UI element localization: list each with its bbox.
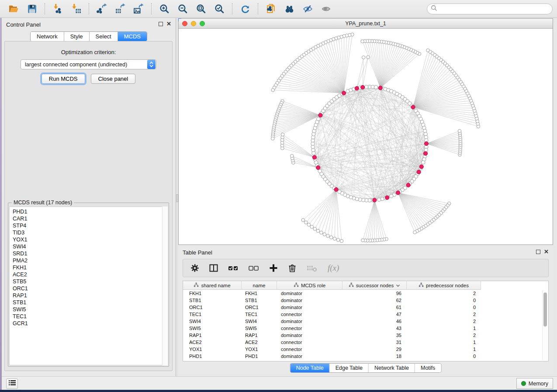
table-row[interactable]: ACE2ACE2connector311 xyxy=(183,339,548,346)
tab-network-table[interactable]: Network Table xyxy=(369,364,415,372)
mcds-hub-node[interactable] xyxy=(318,113,322,117)
mcds-hub-node[interactable] xyxy=(417,170,421,174)
mcds-result-item[interactable]: YOX1 xyxy=(13,236,167,243)
clone-network-icon[interactable] xyxy=(264,3,277,15)
mcds-result-item[interactable]: STP4 xyxy=(13,222,167,229)
mcds-result-item[interactable]: PMA2 xyxy=(13,257,167,264)
tab-network[interactable]: Network xyxy=(31,32,64,41)
mcds-hub-node[interactable] xyxy=(411,105,415,109)
table-settings-icon[interactable] xyxy=(190,263,200,273)
mcds-result-item[interactable]: SRD1 xyxy=(13,250,167,257)
network-node[interactable] xyxy=(365,85,368,89)
network-node[interactable] xyxy=(326,234,330,238)
network-node[interactable] xyxy=(362,56,365,59)
tab-mcds[interactable]: MCDS xyxy=(118,32,147,41)
mcds-result-item[interactable]: STB1 xyxy=(13,299,167,306)
import-table-icon[interactable] xyxy=(69,3,83,15)
network-node[interactable] xyxy=(323,233,326,236)
mcds-hub-node[interactable] xyxy=(373,198,377,202)
export-table-icon[interactable] xyxy=(114,3,127,15)
preview-eye-icon[interactable] xyxy=(319,3,332,15)
mcds-hub-node[interactable] xyxy=(385,196,389,199)
table-row[interactable]: SWI4SWI4dominator462 xyxy=(183,318,548,325)
table-row[interactable]: TEC1TEC1connector472 xyxy=(183,311,548,318)
select-all-checks-icon[interactable] xyxy=(228,263,239,273)
mcds-hub-node[interactable] xyxy=(378,86,382,90)
export-network-icon[interactable] xyxy=(95,3,108,15)
network-node[interactable] xyxy=(422,161,425,164)
network-node[interactable] xyxy=(333,237,336,241)
refresh-network-icon[interactable] xyxy=(239,3,252,15)
network-node[interactable] xyxy=(336,238,340,242)
column-header-shared-name[interactable]: shared name xyxy=(183,281,242,290)
run-mcds-button[interactable]: Run MCDS xyxy=(42,74,85,84)
column-header-successor-nodes[interactable]: successor nodes xyxy=(343,281,407,290)
mcds-hub-node[interactable] xyxy=(423,151,427,155)
tab-edge-table[interactable]: Edge Table xyxy=(330,364,369,372)
mcds-result-item[interactable]: FKH1 xyxy=(13,264,167,271)
network-node[interactable] xyxy=(340,239,343,243)
mcds-hub-node[interactable] xyxy=(316,165,320,169)
save-session-icon[interactable] xyxy=(25,3,38,15)
network-node[interactable] xyxy=(361,40,364,43)
network-node[interactable] xyxy=(458,129,461,133)
tab-style[interactable]: Style xyxy=(64,32,90,41)
network-node[interactable] xyxy=(367,55,370,59)
mcds-hub-node[interactable] xyxy=(355,86,359,90)
network-node[interactable] xyxy=(426,48,430,52)
mcds-result-item[interactable]: STB5 xyxy=(13,278,167,285)
network-node[interactable] xyxy=(319,231,323,234)
add-column-icon[interactable] xyxy=(269,263,278,273)
memory-button[interactable]: Memory xyxy=(516,378,553,389)
mcds-result-list[interactable]: PHD1CAR1STP4TID3YOX1SWI4SRD1PMA2FKH1ACE2… xyxy=(9,206,168,365)
search-network-icon[interactable] xyxy=(283,3,296,15)
mcds-result-item[interactable]: TID3 xyxy=(13,229,167,236)
mcds-result-item[interactable]: SWI5 xyxy=(13,306,167,313)
zoom-fit-icon[interactable] xyxy=(194,3,208,15)
network-node[interactable] xyxy=(313,227,317,231)
mcds-result-item[interactable]: GCR1 xyxy=(13,320,167,327)
network-node[interactable] xyxy=(281,133,284,136)
network-window-titlebar[interactable]: YPA_prune.txt_1 xyxy=(179,19,553,29)
network-canvas[interactable] xyxy=(179,29,553,244)
tab-motifs[interactable]: Motifs xyxy=(415,364,441,372)
mcds-hub-node[interactable] xyxy=(419,165,423,168)
task-history-button[interactable] xyxy=(6,378,18,389)
search-input[interactable] xyxy=(437,6,549,12)
network-node[interactable] xyxy=(304,221,308,224)
import-network-icon[interactable] xyxy=(51,3,64,15)
mcds-list-scrollbar[interactable] xyxy=(162,206,168,365)
network-node[interactable] xyxy=(307,223,311,227)
zoom-selected-icon[interactable] xyxy=(213,3,226,15)
table-row[interactable]: RAP1RAP1dominator352 xyxy=(183,332,548,339)
mcds-result-item[interactable]: TEC1 xyxy=(13,313,167,320)
network-node[interactable] xyxy=(361,239,365,242)
column-header-predecessor-nodes[interactable]: predecessor nodes xyxy=(407,281,481,290)
mcds-result-item[interactable]: ORC1 xyxy=(13,285,167,292)
scrollbar-thumb[interactable] xyxy=(543,292,547,327)
mcds-hub-node[interactable] xyxy=(424,141,428,145)
network-node[interactable] xyxy=(290,154,294,158)
mcds-hub-node[interactable] xyxy=(361,85,365,89)
mcds-hub-node[interactable] xyxy=(396,191,400,195)
mcds-hub-node[interactable] xyxy=(406,183,410,187)
table-row[interactable]: STB1STB1dominator620 xyxy=(183,297,548,304)
deselect-all-checks-icon[interactable] xyxy=(248,263,259,273)
close-panel-button[interactable]: Close panel xyxy=(91,74,136,84)
tab-select[interactable]: Select xyxy=(90,32,118,41)
search-field[interactable] xyxy=(427,3,553,14)
network-node[interactable] xyxy=(424,148,428,151)
network-node[interactable] xyxy=(329,236,333,239)
table-row[interactable]: YOX1YOX1connector291 xyxy=(183,346,548,353)
mcds-hub-node[interactable] xyxy=(334,188,338,192)
network-node[interactable] xyxy=(310,225,314,229)
network-node[interactable] xyxy=(377,198,381,201)
zoom-in-icon[interactable] xyxy=(158,3,171,15)
open-session-icon[interactable] xyxy=(7,3,20,15)
network-node[interactable] xyxy=(374,86,377,89)
zoom-out-icon[interactable] xyxy=(176,3,189,15)
float-panel-icon[interactable] xyxy=(159,22,163,26)
table-row[interactable]: ORC1ORC1dominator610 xyxy=(183,304,548,311)
column-header-MCDS-role[interactable]: MCDS role xyxy=(277,281,343,290)
mcds-result-item[interactable]: SWI4 xyxy=(13,243,167,250)
